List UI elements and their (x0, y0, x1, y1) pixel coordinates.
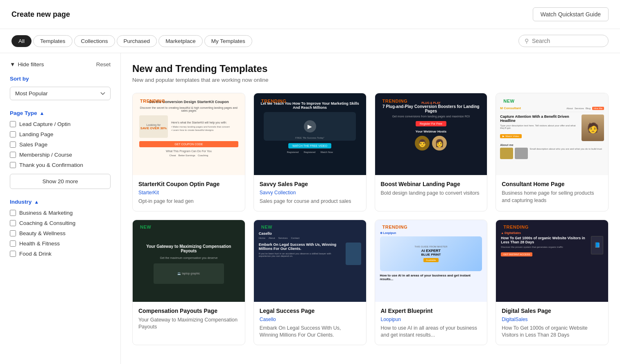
card-body: Legal Success Page Casello Embark On Leg… (254, 302, 366, 345)
badge-new: NEW (137, 223, 154, 231)
search-icon: ⚲ (525, 38, 529, 44)
card-body: AI Expert Blueprint Loopipun How to use … (375, 302, 487, 345)
checkbox-thank-you[interactable] (10, 162, 16, 168)
reset-button[interactable]: Reset (96, 61, 111, 67)
template-card-digital-sales[interactable]: TRENDING ▲ DigitalSales How To Get 1000s… (496, 220, 609, 345)
card-body: Compensation Payouts Page Your Gateway t… (133, 302, 245, 337)
badge-trending: TRENDING (379, 223, 411, 231)
filter-business[interactable]: Business & Marketing (10, 210, 111, 216)
checkbox-health[interactable] (10, 240, 16, 247)
card-title: AI Expert Blueprint (381, 308, 482, 314)
card-author: StarterKit (138, 190, 239, 195)
industry-chevron: ▲ (34, 199, 39, 205)
tab-bar: All Templates Collections Purchased Mark… (0, 29, 620, 53)
card-title: StarterKit Coupon Optin Page (138, 181, 239, 187)
page-type-chevron: ▲ (40, 110, 45, 116)
card-preview: TRENDING Let Me Teach You How To Improve… (254, 93, 366, 175)
card-author: Casello (260, 317, 360, 322)
checkbox-business[interactable] (10, 210, 16, 216)
page-title: Create new page (11, 10, 70, 19)
filter-food[interactable]: Food & Drink (10, 251, 111, 257)
template-card-consultant[interactable]: NEW M Consultant About Services Blog Hir… (496, 93, 609, 211)
watch-quickstart-button[interactable]: Watch Quickstart Guide (533, 7, 609, 21)
template-card-starterkit-coupon[interactable]: TRENDING Get the Conversion Design Start… (132, 93, 245, 211)
card-body: Boost Webinar Landing Page Bold design l… (375, 175, 487, 203)
hide-filters-button[interactable]: ▼ Hide filters (10, 61, 44, 67)
badge-trending: TRENDING (137, 97, 168, 105)
tab-all[interactable]: All (11, 35, 32, 47)
card-author: Savvy Collection (260, 190, 360, 195)
card-title: Boost Webinar Landing Page (381, 181, 482, 187)
tab-my-templates[interactable]: My Templates (204, 35, 252, 47)
industry-filter: Industry ▲ Business & Marketing Coaching… (10, 199, 111, 257)
page-type-label: Page Type ▲ (10, 110, 111, 116)
template-card-savvy-sales[interactable]: TRENDING Let Me Teach You How To Improve… (253, 93, 367, 211)
card-title: Digital Sales Page (502, 308, 602, 314)
card-preview: TRENDING Get the Conversion Design Start… (133, 93, 245, 175)
filter-beauty[interactable]: Beauty & Wellness (10, 230, 111, 236)
card-title: Compensation Payouts Page (138, 308, 239, 314)
template-card-boost-webinar[interactable]: TRENDING PLUG & PLAY 7 Plug-and-Play Con… (375, 93, 488, 211)
tab-marketplace[interactable]: Marketplace (158, 35, 203, 47)
industry-label: Industry ▲ (10, 199, 111, 205)
filter-landing-page[interactable]: Landing Page (10, 131, 111, 137)
badge-trending: TRENDING (500, 223, 532, 231)
card-description: Bold design landing page to convert visi… (381, 190, 482, 197)
card-description: Business home page for selling products … (502, 190, 602, 204)
tab-purchased[interactable]: Purchased (117, 35, 157, 47)
card-preview: TRENDING PLUG & PLAY 7 Plug-and-Play Con… (375, 93, 487, 175)
badge-trending: TRENDING (258, 97, 290, 105)
checkbox-food[interactable] (10, 251, 16, 257)
search-box: ⚲ (518, 35, 609, 47)
template-card-compensation[interactable]: NEW Your Gateway to Maximizing Compensat… (132, 220, 245, 345)
content-area: New and Trending Templates New and popul… (121, 53, 620, 364)
card-title: Consultant Home Page (502, 181, 602, 187)
template-grid: TRENDING Get the Conversion Design Start… (132, 93, 609, 345)
card-body: Savvy Sales Page Savvy Collection Sales … (254, 175, 366, 211)
sidebar: ▼ Hide filters Reset Sort by Most Popula… (0, 53, 121, 364)
filter-sales-page[interactable]: Sales Page (10, 142, 111, 148)
card-description: Sales page for course and product sales (260, 198, 360, 205)
header: Create new page Watch Quickstart Guide (0, 0, 620, 29)
main-layout: ▼ Hide filters Reset Sort by Most Popula… (0, 53, 620, 364)
sort-select[interactable]: Most Popular Newest Oldest (10, 87, 111, 100)
card-body: Digital Sales Page DigitalSales How To G… (496, 302, 608, 345)
filter-coaching[interactable]: Coaching & Consulting (10, 220, 111, 226)
content-subtitle: New and popular templates that are worki… (132, 77, 609, 83)
search-input[interactable] (532, 38, 602, 44)
tab-templates[interactable]: Templates (33, 35, 72, 47)
filter-lead-capture[interactable]: Lead Capture / Optin (10, 121, 111, 127)
filter-membership[interactable]: Membership / Course (10, 152, 111, 158)
card-title: Savvy Sales Page (260, 181, 360, 187)
card-preview: NEW M Consultant About Services Blog Hir… (496, 93, 608, 175)
card-preview: TRENDING ⊕ Loopipun THIS GUIDE FROM MAST… (375, 220, 487, 302)
content-title: New and Trending Templates (132, 63, 609, 74)
checkbox-coaching[interactable] (10, 220, 16, 226)
card-description: How to use AI in all areas of your busin… (381, 325, 482, 339)
card-author: Loopipun (381, 317, 482, 322)
badge-new: NEW (258, 223, 276, 231)
card-preview: NEW Casello Home About Services Contact … (254, 220, 366, 302)
page-type-filter: Page Type ▲ Lead Capture / Optin Landing… (10, 110, 111, 189)
card-preview: NEW Your Gateway to Maximizing Compensat… (133, 220, 245, 302)
card-description: Opt-in page for lead gen (138, 198, 239, 205)
filter-health[interactable]: Health & Fitness (10, 240, 111, 247)
card-description: Your Gateway to Maximizing Compensation … (138, 317, 239, 331)
checkbox-beauty[interactable] (10, 230, 16, 236)
checkbox-membership[interactable] (10, 152, 16, 158)
card-preview: TRENDING ▲ DigitalSales How To Get 1000s… (496, 220, 608, 302)
filter-thank-you[interactable]: Thank you & Confirmation (10, 162, 111, 168)
card-author: DigitalSales (502, 317, 602, 322)
card-body: StarterKit Coupon Optin Page StarterKit … (133, 175, 245, 211)
card-body: Consultant Home Page Business home page … (496, 175, 608, 210)
template-card-legal[interactable]: NEW Casello Home About Services Contact … (253, 220, 367, 345)
tab-collections[interactable]: Collections (74, 35, 115, 47)
card-description: How To Get 1000s of organic Website Visi… (502, 325, 602, 339)
show-more-page-type-button[interactable]: Show 20 more (10, 174, 111, 189)
template-card-ai-expert[interactable]: TRENDING ⊕ Loopipun THIS GUIDE FROM MAST… (375, 220, 488, 345)
checkbox-sales-page[interactable] (10, 142, 16, 148)
checkbox-landing-page[interactable] (10, 131, 16, 137)
checkbox-lead-capture[interactable] (10, 121, 16, 127)
sort-by-label: Sort by (10, 76, 111, 82)
card-description: Embark On Legal Success With Us, Winning… (260, 325, 360, 339)
